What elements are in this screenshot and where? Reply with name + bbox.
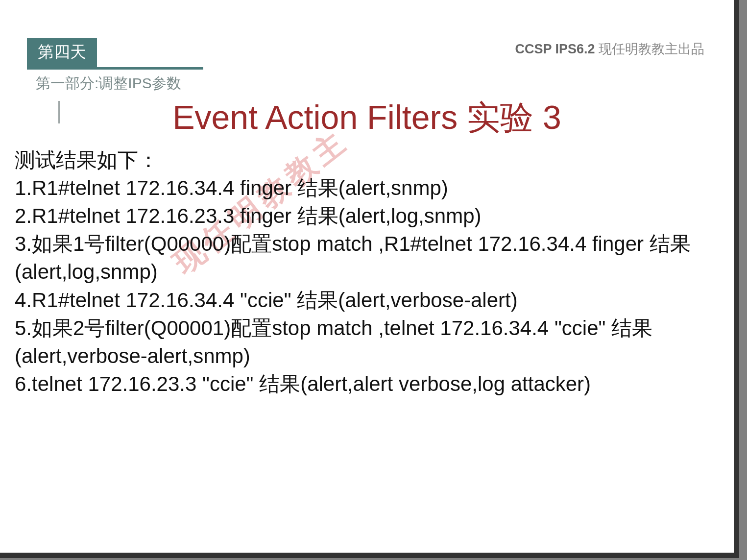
header-block: 第四天 第一部分:调整IPS参数 [27, 38, 203, 94]
body-line-3: 3.如果1号filter(Q00000)配置stop match ,R1#tel… [15, 230, 714, 286]
brand-author: 现任明教教主出品 [599, 42, 704, 56]
body-line-1: 1.R1#telnet 172.16.34.4 finger 结果(alert,… [15, 174, 714, 202]
brand-code: CCSP IPS6.2 [515, 42, 595, 56]
brand-line: CCSP IPS6.2 现任明教教主出品 [515, 40, 704, 58]
body-line-2: 2.R1#telnet 172.16.23.3 finger 结果(alert,… [15, 202, 714, 230]
header-subtitle: 第一部分:调整IPS参数 [36, 73, 203, 94]
body-text: 测试结果如下： 1.R1#telnet 172.16.34.4 finger 结… [15, 146, 714, 398]
body-line-4: 4.R1#telnet 172.16.34.4 "ccie" 结果(alert,… [15, 286, 714, 314]
day-tag: 第四天 [27, 38, 97, 67]
slide: 第四天 第一部分:调整IPS参数 CCSP IPS6.2 现任明教教主出品 Ev… [0, 0, 739, 558]
slide-title: Event Action Filters 实验 3 [0, 96, 734, 140]
body-line-5: 5.如果2号filter(Q00001)配置stop match ,telnet… [15, 314, 714, 370]
body-line-6: 6.telnet 172.16.23.3 "ccie" 结果(alert,ale… [15, 370, 714, 398]
body-intro: 测试结果如下： [15, 146, 714, 174]
header-bar [27, 67, 203, 70]
